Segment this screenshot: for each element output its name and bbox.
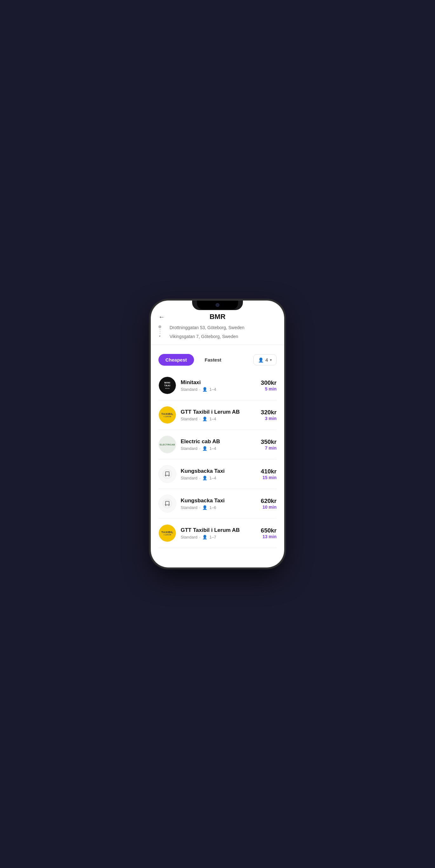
taxi-logo-gtt2: TAXIBIL i LERUM (159, 524, 176, 542)
price-time: 7 min (261, 445, 276, 451)
taxi-price: 300kr 5 min (261, 379, 276, 392)
svg-rect-5 (165, 476, 166, 476)
price-time: 15 min (261, 475, 276, 480)
kungsbacka-logo-svg-2 (162, 498, 172, 509)
svg-rect-10 (169, 502, 170, 505)
filter-bar: Cheapest Fastest 👤 4 ▾ (159, 349, 276, 368)
taxi-logo-kungsbacka (159, 465, 176, 483)
taxi-capacity-icon: 👤 (202, 387, 207, 392)
taxi-service: Standard (181, 446, 198, 451)
svg-rect-9 (165, 502, 166, 505)
route-from: Drottninggatan 53, Göteborg, Sweden (170, 325, 244, 331)
taxi-item[interactable]: Kungsbacka Taxi Standard · 👤 1–6 620kr 1… (159, 489, 276, 519)
fastest-tab[interactable]: Fastest (198, 354, 229, 366)
svg-point-7 (163, 499, 172, 508)
svg-rect-8 (165, 501, 170, 502)
taxi-service: Standard (181, 505, 198, 510)
price-amount: 410kr (261, 468, 276, 475)
passenger-selector[interactable]: 👤 4 ▾ (254, 354, 276, 365)
taxi-logo-gtt: TAXIBIL i LERUM (159, 406, 176, 424)
taxi-price: 410kr 15 min (261, 468, 276, 480)
taxi-capacity-icon: 👤 (202, 446, 207, 451)
taxi-info: Kungsbacka Taxi Standard · 👤 1–6 (181, 498, 256, 510)
taxi-info: GTT Taxibil i Lerum AB Standard · 👤 1–4 (181, 409, 256, 421)
taxi-name: GTT Taxibil i Lerum AB (181, 409, 256, 415)
taxi-info: Kungsbacka Taxi Standard · 👤 1–4 (181, 468, 256, 480)
taxi-capacity-icon: 👤 (202, 416, 207, 421)
taxi-logo-kungsbacka (159, 495, 176, 513)
taxi-item[interactable]: TAXIBIL i LERUM GTT Taxibil i Lerum AB S… (159, 400, 276, 430)
taxi-capacity: 1–6 (209, 505, 216, 510)
taxi-item[interactable]: ELECTRICAB Electric cab AB Standard · 👤 … (159, 430, 276, 459)
screen: ← BMR ▾ Drottninggatan 53, Göteborg, Swe… (151, 301, 284, 567)
svg-rect-11 (165, 504, 170, 505)
svg-rect-4 (165, 475, 170, 476)
route-indicator: ▾ (159, 326, 161, 340)
taxi-capacity: 1–4 (209, 476, 216, 480)
taxi-price: 320kr 3 min (261, 409, 276, 421)
taxi-capacity-icon: 👤 (202, 535, 207, 539)
taxi-service: Standard (181, 416, 198, 421)
price-time: 3 min (261, 416, 276, 421)
taxi-item[interactable]: MINI TAXI ●●●● Minitaxi Standard · 👤 1–4 (159, 371, 276, 400)
taxi-capacity-icon: 👤 (202, 476, 207, 480)
camera-dot (215, 303, 220, 307)
taxi-name: Minitaxi (181, 379, 256, 386)
cheapest-tab[interactable]: Cheapest (159, 354, 194, 366)
svg-rect-13 (169, 505, 169, 506)
taxi-logo-electric: ELECTRICAB (159, 436, 176, 454)
taxi-capacity: 1–7 (209, 535, 216, 539)
price-time: 13 min (261, 534, 276, 539)
person-icon: 👤 (258, 358, 264, 363)
svg-rect-2 (165, 472, 166, 476)
taxi-meta: Standard · 👤 1–4 (181, 387, 256, 392)
taxi-item[interactable]: TAXIBIL i LERUM GTT Taxibil i Lerum AB S… (159, 519, 276, 548)
taxi-info: GTT Taxibil i Lerum AB Standard · 👤 1–7 (181, 527, 256, 539)
svg-rect-12 (165, 505, 166, 506)
chevron-down-icon: ▾ (270, 358, 272, 362)
taxi-capacity: 1–4 (209, 446, 216, 451)
taxi-service: Standard (181, 476, 198, 480)
taxi-service: Standard (181, 387, 198, 392)
kungsbacka-logo-svg (162, 469, 172, 479)
taxi-capacity: 1–4 (209, 416, 216, 421)
route-section: ▾ Drottninggatan 53, Göteborg, Sweden Vi… (151, 325, 284, 345)
taxi-price: 620kr 10 min (261, 498, 276, 509)
svg-point-0 (163, 470, 172, 479)
taxi-meta: Standard · 👤 1–6 (181, 505, 256, 510)
taxi-item[interactable]: Kungsbacka Taxi Standard · 👤 1–4 410kr 1… (159, 459, 276, 489)
passenger-count: 4 (265, 357, 268, 363)
taxi-price: 350kr 7 min (261, 438, 276, 451)
route-arrow-icon: ▾ (159, 335, 161, 338)
route-to: Vikingsgatan 7, Göteborg, Sweden (170, 334, 244, 340)
price-amount: 300kr (261, 379, 276, 386)
price-amount: 320kr (261, 409, 276, 416)
taxi-name: Kungsbacka Taxi (181, 468, 256, 474)
taxi-capacity: 1–4 (209, 387, 216, 392)
taxi-name: Kungsbacka Taxi (181, 498, 256, 504)
back-button[interactable]: ← (159, 313, 165, 320)
taxi-service: Standard (181, 535, 198, 539)
price-amount: 620kr (261, 498, 276, 504)
taxi-info: Electric cab AB Standard · 👤 1–4 (181, 438, 256, 451)
price-time: 10 min (261, 504, 276, 509)
page-title: BMR (209, 313, 226, 321)
taxi-name: GTT Taxibil i Lerum AB (181, 527, 256, 533)
taxi-meta: Standard · 👤 1–4 (181, 476, 256, 480)
svg-rect-6 (169, 476, 169, 476)
price-amount: 350kr (261, 438, 276, 445)
route-origin-dot (159, 326, 161, 328)
taxi-info: Minitaxi Standard · 👤 1–4 (181, 379, 256, 392)
svg-rect-1 (165, 471, 170, 472)
filter-tabs: Cheapest Fastest (159, 354, 228, 366)
route-texts: Drottninggatan 53, Göteborg, Sweden Viki… (170, 325, 244, 340)
taxi-list: MINI TAXI ●●●● Minitaxi Standard · 👤 1–4 (159, 371, 276, 548)
taxi-name: Electric cab AB (181, 438, 256, 445)
taxi-meta: Standard · 👤 1–4 (181, 416, 256, 421)
taxi-logo-minitaxi: MINI TAXI ●●●● (159, 376, 176, 394)
phone-frame: ← BMR ▾ Drottninggatan 53, Göteborg, Swe… (151, 301, 284, 567)
notch (197, 301, 238, 309)
svg-rect-3 (169, 472, 170, 476)
taxi-price: 650kr 13 min (261, 527, 276, 539)
header: ← BMR (151, 310, 284, 325)
